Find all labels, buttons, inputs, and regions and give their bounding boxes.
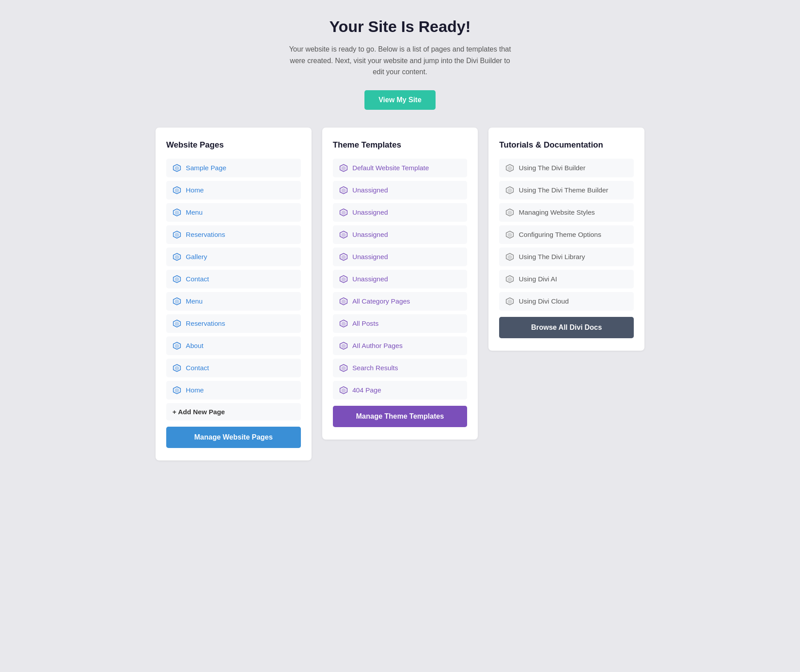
svg-marker-35 [341, 299, 346, 304]
list-item[interactable]: Managing Website Styles [499, 203, 634, 222]
svg-marker-57 [508, 299, 512, 304]
template-label: Unassigned [352, 186, 388, 194]
list-item[interactable]: About [166, 336, 301, 355]
svg-marker-11 [175, 277, 179, 282]
tutorial-label: Using The Divi Builder [519, 164, 585, 172]
divi-icon-gray [505, 275, 514, 284]
template-label: Unassigned [352, 275, 388, 283]
list-item[interactable]: AIl Author Pages [333, 336, 468, 355]
page-label: Home [186, 186, 204, 194]
svg-marker-53 [508, 255, 512, 260]
divi-icon-blue [172, 297, 181, 306]
list-item[interactable]: Using Divi AI [499, 270, 634, 288]
svg-marker-25 [341, 188, 346, 193]
list-item[interactable]: Using The Divi Theme Builder [499, 181, 634, 200]
list-item[interactable]: Unassigned [333, 225, 468, 244]
list-item[interactable]: Home [166, 381, 301, 400]
list-item[interactable]: Contact [166, 359, 301, 377]
page-label: Sample Page [186, 164, 226, 172]
svg-marker-49 [508, 210, 512, 215]
list-item[interactable]: Unassigned [333, 203, 468, 222]
list-item[interactable]: Configuring Theme Options [499, 225, 634, 244]
divi-icon-blue [172, 341, 181, 350]
svg-marker-33 [341, 277, 346, 282]
tutorial-label: Using The Divi Library [519, 253, 585, 260]
website-pages-card: Website Pages Sample Page Home [156, 128, 312, 460]
list-item[interactable]: Unassigned [333, 270, 468, 288]
website-pages-title: Website Pages [166, 140, 301, 150]
page-label: Gallery [186, 253, 207, 260]
list-item[interactable]: Using Divi Cloud [499, 292, 634, 311]
list-item[interactable]: Using The Divi Builder [499, 159, 634, 177]
list-item[interactable]: Reservations [166, 314, 301, 333]
page-label: Contact [186, 364, 209, 372]
list-item[interactable]: Gallery [166, 248, 301, 266]
template-label: Unassigned [352, 231, 388, 238]
tutorial-label: Using Divi Cloud [519, 297, 568, 305]
template-label: All Category Pages [352, 297, 410, 305]
divi-icon-blue [172, 186, 181, 195]
list-item[interactable]: Using The Divi Library [499, 248, 634, 266]
divi-icon-gray [505, 208, 514, 217]
svg-marker-51 [508, 232, 512, 237]
list-item[interactable]: Contact [166, 270, 301, 288]
page-title: Your Site Is Ready! [156, 18, 644, 36]
list-item[interactable]: Menu [166, 292, 301, 311]
template-label: Default Website Template [352, 164, 429, 172]
list-item[interactable]: Sample Page [166, 159, 301, 177]
svg-marker-41 [341, 366, 346, 371]
divi-icon-purple [339, 341, 348, 350]
divi-icon-purple [339, 386, 348, 395]
page-label: Home [186, 386, 204, 394]
template-label: Search Results [352, 364, 398, 372]
header-section: Your Site Is Ready! Your website is read… [156, 18, 644, 110]
page-label: About [186, 342, 204, 349]
browse-all-divi-docs-button[interactable]: Browse All Divi Docs [499, 317, 634, 338]
divi-icon-purple [339, 186, 348, 195]
svg-marker-3 [175, 188, 179, 193]
list-item[interactable]: Unassigned [333, 248, 468, 266]
list-item[interactable]: All Category Pages [333, 292, 468, 311]
divi-icon-purple [339, 230, 348, 239]
divi-icon-purple [339, 164, 348, 172]
manage-website-pages-button[interactable]: Manage Website Pages [166, 427, 301, 448]
divi-icon-gray [505, 230, 514, 239]
tutorials-card: Tutorials & Documentation Using The Divi… [488, 128, 644, 351]
divi-icon-purple [339, 364, 348, 372]
list-item[interactable]: Menu [166, 203, 301, 222]
theme-templates-card: Theme Templates Default Website Template… [322, 128, 478, 440]
svg-marker-29 [341, 232, 346, 237]
divi-icon-blue [172, 386, 181, 395]
divi-icon-blue [172, 252, 181, 261]
svg-marker-13 [175, 299, 179, 304]
view-site-button[interactable]: View My Site [364, 90, 436, 110]
list-item[interactable]: Home [166, 181, 301, 200]
add-new-page-item[interactable]: + Add New Page [166, 403, 301, 420]
divi-icon-purple [339, 208, 348, 217]
svg-marker-5 [175, 210, 179, 215]
tutorials-title: Tutorials & Documentation [499, 140, 634, 150]
divi-icon-purple [339, 252, 348, 261]
list-item[interactable]: Search Results [333, 359, 468, 377]
divi-icon-purple [339, 319, 348, 328]
divi-icon-blue [172, 364, 181, 372]
header-description: Your website is ready to go. Below is a … [289, 44, 511, 78]
list-item[interactable]: Reservations [166, 225, 301, 244]
list-item[interactable]: Unassigned [333, 181, 468, 200]
list-item[interactable]: Default Website Template [333, 159, 468, 177]
tutorial-label: Using Divi AI [519, 275, 557, 283]
list-item[interactable]: 404 Page [333, 381, 468, 400]
divi-icon-blue [172, 208, 181, 217]
svg-marker-19 [175, 366, 179, 371]
divi-icon-gray [505, 252, 514, 261]
template-label: Unassigned [352, 208, 388, 216]
manage-theme-templates-button[interactable]: Manage Theme Templates [333, 406, 468, 427]
divi-icon-gray [505, 186, 514, 195]
page-label: Menu [186, 208, 203, 216]
svg-marker-15 [175, 321, 179, 326]
svg-marker-55 [508, 277, 512, 282]
divi-icon-blue [172, 230, 181, 239]
svg-marker-27 [341, 210, 346, 215]
svg-marker-43 [341, 388, 346, 393]
list-item[interactable]: All Posts [333, 314, 468, 333]
